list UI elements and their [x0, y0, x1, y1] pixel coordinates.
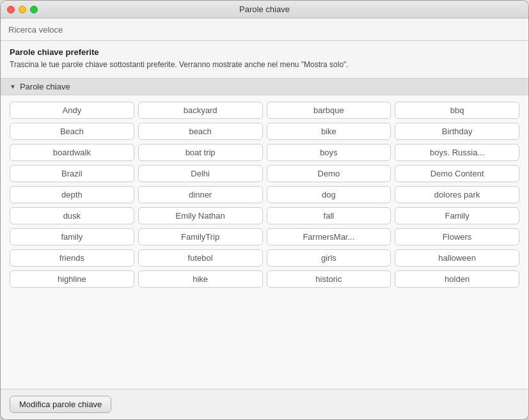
keyword-tag[interactable]: halloween	[395, 249, 519, 267]
keyword-tag[interactable]: dolores park	[395, 186, 519, 203]
keyword-tag[interactable]: Demo	[267, 165, 391, 182]
favorites-description: Trascina le tue parole chiave sottostant…	[10, 59, 519, 70]
keyword-tag[interactable]: bike	[267, 123, 391, 140]
keyword-tag[interactable]: Emily Nathan	[138, 207, 263, 224]
footer: Modifica parole chiave	[1, 389, 528, 419]
keyword-tag[interactable]: barbque	[267, 102, 391, 119]
keyword-tag[interactable]: Demo Content	[395, 165, 519, 182]
keyword-tag[interactable]: FamilyTrip	[138, 228, 263, 245]
keyword-tag[interactable]: highline	[10, 270, 134, 288]
keyword-tag[interactable]: backyard	[138, 102, 263, 119]
keyword-tag[interactable]: family	[10, 228, 134, 245]
keyword-tag[interactable]: holden	[395, 270, 519, 288]
keyword-tag[interactable]: historic	[267, 270, 391, 288]
keywords-grid-container: AndybackyardbarbquebbqBeachbeachbikeBirt…	[1, 95, 528, 389]
keyword-tag[interactable]: boat trip	[138, 144, 263, 161]
keyword-tag[interactable]: FarmersMar...	[267, 228, 391, 245]
keyword-tag[interactable]: dusk	[10, 207, 134, 224]
keywords-grid: AndybackyardbarbquebbqBeachbeachbikeBirt…	[10, 102, 519, 288]
keyword-tag[interactable]: boys. Russia...	[395, 144, 519, 161]
favorites-section: Parole chiave preferite Trascina le tue …	[1, 41, 528, 79]
keyword-tag[interactable]: beach	[138, 123, 263, 140]
maximize-button[interactable]	[30, 6, 38, 13]
favorites-title: Parole chiave preferite	[10, 47, 519, 57]
keyword-tag[interactable]: girls	[267, 249, 391, 267]
keyword-tag[interactable]: friends	[10, 249, 134, 267]
keyword-tag[interactable]: boardwalk	[10, 144, 134, 161]
close-button[interactable]	[7, 6, 15, 13]
keyword-tag[interactable]: boys	[267, 144, 391, 161]
title-bar: Parole chiave	[1, 1, 528, 19]
keyword-tag[interactable]: depth	[10, 186, 134, 203]
keyword-tag[interactable]: dog	[267, 186, 391, 203]
chevron-down-icon: ▼	[10, 83, 16, 90]
keyword-tag[interactable]: futebol	[138, 249, 263, 267]
keyword-tag[interactable]: Andy	[10, 102, 134, 119]
keyword-tag[interactable]: dinner	[138, 186, 263, 203]
keyword-tag[interactable]: Birthday	[395, 123, 519, 140]
search-section: Ricerca veloce	[1, 19, 528, 41]
keywords-header: ▼ Parole chiave	[1, 79, 528, 95]
window-title: Parole chiave	[239, 4, 290, 14]
keyword-tag[interactable]: Flowers	[395, 228, 519, 245]
main-window: Parole chiave Ricerca veloce Parole chia…	[0, 0, 529, 420]
keyword-tag[interactable]: bbq	[395, 102, 519, 119]
keyword-tag[interactable]: Family	[395, 207, 519, 224]
traffic-lights	[7, 6, 38, 13]
keyword-tag[interactable]: Brazil	[10, 165, 134, 182]
keyword-tag[interactable]: Delhi	[138, 165, 263, 182]
minimize-button[interactable]	[19, 6, 26, 13]
keyword-tag[interactable]: fall	[267, 207, 391, 224]
search-label: Ricerca veloce	[8, 25, 63, 35]
keyword-tag[interactable]: Beach	[10, 123, 134, 140]
edit-keywords-button[interactable]: Modifica parole chiave	[10, 396, 111, 413]
keyword-tag[interactable]: hike	[138, 270, 263, 288]
keywords-section-label: Parole chiave	[20, 82, 70, 91]
